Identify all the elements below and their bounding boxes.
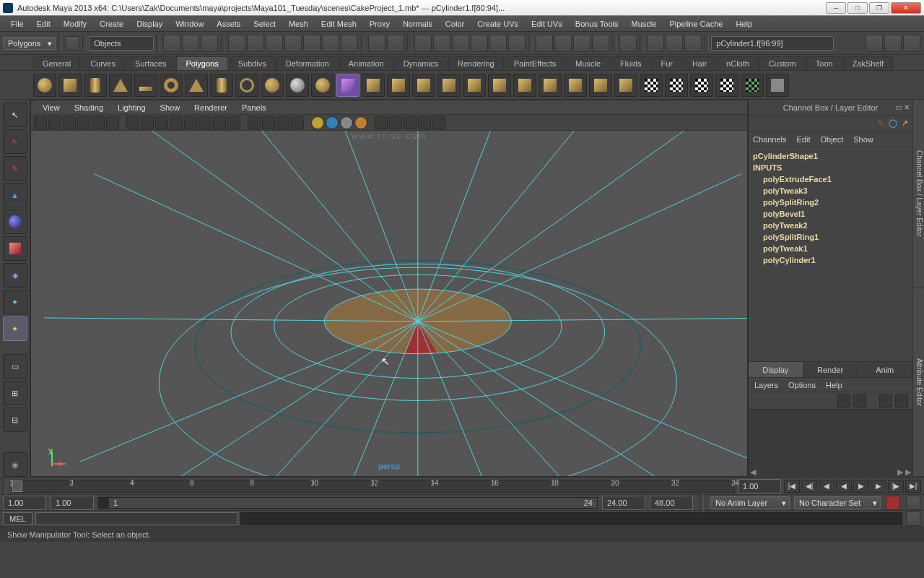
view-icon[interactable] — [418, 116, 431, 129]
poly-tool-2-icon[interactable] — [387, 74, 410, 97]
channel-item[interactable]: polySplitRing2 — [753, 197, 908, 208]
channel-item[interactable]: polyTweak1 — [753, 243, 908, 254]
play-fwd-icon[interactable]: ▶ — [853, 480, 869, 493]
view-icon[interactable] — [432, 116, 445, 129]
layer-tab-render[interactable]: Render — [803, 362, 858, 377]
viewmenu-lighting[interactable]: Lighting — [110, 102, 153, 113]
poly-plane-icon[interactable] — [134, 74, 157, 97]
channelbox-icon[interactable] — [903, 35, 920, 52]
menu-help[interactable]: Help — [729, 17, 759, 30]
poly-tool-8-icon[interactable] — [539, 74, 562, 97]
view-icon[interactable] — [48, 116, 61, 129]
restore-button[interactable]: ❐ — [869, 2, 889, 14]
last-tool-icon[interactable]: ◉ — [3, 452, 27, 477]
view-icon[interactable] — [155, 116, 168, 129]
view-icon[interactable] — [262, 116, 275, 129]
selection-name-input[interactable] — [711, 36, 834, 51]
sync-icon[interactable]: ◯ — [889, 118, 897, 128]
shelf-tab-custom[interactable]: Custom — [759, 56, 806, 70]
poly-tool-end-icon[interactable] — [766, 74, 789, 97]
layer-icon[interactable] — [895, 394, 908, 407]
viewmenu-shading[interactable]: Shading — [67, 102, 110, 113]
layout-custom-icon[interactable]: ⊟ — [3, 407, 27, 432]
attr-editor-icon[interactable] — [866, 35, 883, 52]
viewmenu-panels[interactable]: Panels — [235, 102, 274, 113]
menu-select[interactable]: Select — [247, 17, 282, 30]
shelf-tab-polygons[interactable]: Polygons — [176, 56, 227, 70]
layer-scrollbar[interactable]: ◀▶ ▶ — [749, 467, 912, 477]
poly-torus-icon[interactable] — [160, 74, 183, 97]
menu-file[interactable]: File — [4, 17, 30, 30]
selection-mode-input[interactable] — [89, 36, 154, 51]
channel-item[interactable]: pCylinderShape1 — [753, 150, 908, 162]
layer-tab-display[interactable]: Display — [749, 362, 803, 377]
autokey-icon[interactable] — [886, 496, 900, 510]
view-icon[interactable] — [63, 116, 76, 129]
maximize-button[interactable]: □ — [847, 2, 868, 14]
shelf-tab-general[interactable]: General — [33, 56, 80, 70]
script-editor-icon[interactable] — [906, 512, 920, 526]
soft-mod-tool-icon[interactable]: ✦ — [3, 290, 27, 314]
menu-edit-mesh[interactable]: Edit Mesh — [315, 17, 363, 30]
hypershade-icon[interactable] — [619, 35, 637, 52]
command-input[interactable] — [35, 512, 237, 525]
sidebar-tab-channelbox[interactable]: Channel Box / Layer Editor — [913, 100, 924, 288]
poly-helix-icon[interactable] — [261, 74, 284, 97]
layout-4-icon[interactable] — [592, 35, 609, 52]
channeltab-edit[interactable]: Edit — [796, 135, 810, 144]
view-icon[interactable] — [340, 116, 353, 129]
move-tool-icon[interactable]: ▲ — [3, 183, 27, 207]
show-manip-tool-icon[interactable]: ✦ — [3, 316, 27, 341]
menu-create[interactable]: Create — [93, 17, 130, 30]
render-settings-icon[interactable] — [452, 35, 469, 52]
view-icon[interactable] — [375, 116, 388, 129]
poly-tool-4-icon[interactable] — [437, 74, 461, 97]
shelf-tab-curves[interactable]: Curves — [81, 56, 125, 70]
menu-window[interactable]: Window — [169, 17, 210, 30]
layer-tab-anim[interactable]: Anim — [858, 362, 912, 377]
lasso-tool-icon[interactable]: ↖ — [3, 129, 27, 154]
view-icon[interactable] — [77, 116, 90, 129]
poly-cone-icon[interactable] — [109, 74, 132, 97]
step-fwd-key-icon[interactable]: |▶ — [888, 480, 904, 493]
panel-close-icon[interactable]: ▭ ✕ — [895, 103, 910, 111]
range-track[interactable]: 1 24 — [98, 497, 598, 509]
graph-icon[interactable] — [666, 35, 683, 52]
layout-3-icon[interactable] — [573, 35, 590, 52]
view-icon[interactable] — [184, 116, 197, 129]
poly-checker-4-icon[interactable] — [715, 74, 738, 97]
view-icon[interactable] — [34, 116, 47, 129]
poly-cylinder-icon[interactable] — [84, 74, 107, 97]
snap-plane-icon[interactable] — [284, 35, 302, 52]
poly-tool-1-icon[interactable] — [362, 74, 385, 97]
layer-icon[interactable] — [879, 394, 892, 407]
character-set-dropdown[interactable]: No Character Set — [794, 496, 881, 509]
channel-item[interactable]: polySplitRing1 — [753, 231, 908, 243]
poly-cube-icon[interactable] — [58, 74, 82, 97]
layer-icon[interactable] — [853, 394, 866, 407]
script-lang-label[interactable]: MEL — [3, 512, 32, 525]
render-region-icon[interactable] — [508, 35, 526, 52]
shelf-tab-muscle[interactable]: Muscle — [566, 56, 610, 70]
shelf-tab-toon[interactable]: Toon — [806, 56, 842, 70]
connect-icon[interactable] — [387, 35, 404, 52]
poly-tool-5-icon[interactable] — [463, 74, 486, 97]
shelf-tab-deformation[interactable]: Deformation — [276, 56, 339, 70]
range-end-input[interactable] — [650, 496, 693, 510]
view-icon[interactable] — [126, 116, 139, 129]
poly-checker-5-icon[interactable] — [741, 74, 764, 97]
file-new-icon[interactable] — [65, 36, 79, 51]
channel-item[interactable]: polyTweak3 — [753, 185, 908, 197]
snap-toggle-icon[interactable] — [341, 35, 358, 52]
view-icon[interactable] — [92, 116, 105, 129]
minimize-button[interactable]: ─ — [826, 2, 846, 14]
paint-select-tool-icon[interactable]: ✎ — [3, 156, 27, 181]
channeltab-channels[interactable]: Channels — [753, 135, 786, 144]
poly-tool-3-icon[interactable] — [412, 74, 435, 97]
menu-muscle[interactable]: Muscle — [625, 17, 663, 30]
poly-tool-6-icon[interactable] — [488, 74, 511, 97]
layout-single-icon[interactable]: ▭ — [3, 354, 27, 379]
layout-2-icon[interactable] — [554, 35, 572, 52]
script-icon[interactable] — [684, 35, 702, 52]
range-start-input[interactable] — [3, 496, 46, 510]
